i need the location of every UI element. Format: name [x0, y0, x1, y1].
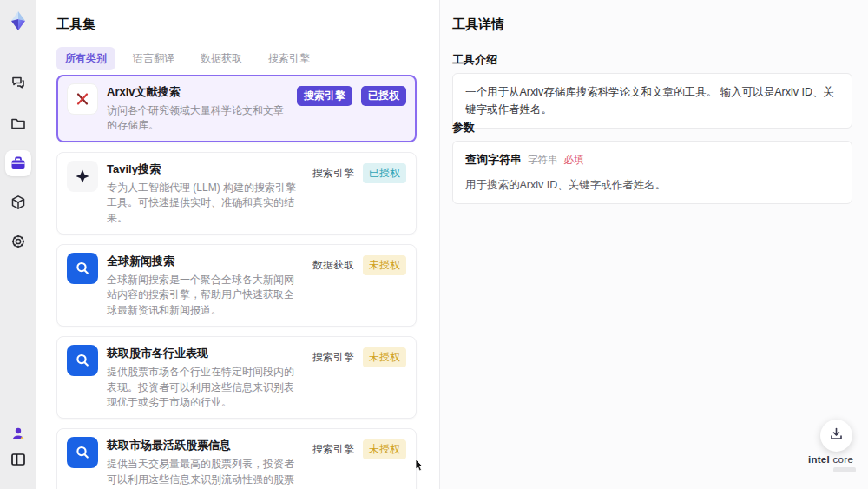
arxiv-icon [67, 83, 98, 115]
tavily-star-icon [67, 161, 98, 192]
category-label: 搜索引擎 [312, 442, 354, 457]
tool-name: 获取市场最活跃股票信息 [107, 438, 304, 453]
user-icon [10, 425, 27, 442]
sidebar-item-collapse[interactable] [5, 446, 31, 472]
sidebar-item-chat[interactable] [5, 69, 31, 96]
tool-card-arxiv[interactable]: Arxiv文献搜索 访问各个研究领域大量科学论文和文章的存储库。 搜索引擎 已授… [56, 75, 417, 142]
cube-icon [10, 194, 27, 211]
category-label: 数据获取 [312, 258, 354, 273]
download-icon [829, 426, 844, 445]
tool-card-sector-performance[interactable]: 获取股市各行业表现 提供股票市场各个行业在特定时间段内的表现。投资者可以利用这些… [56, 336, 417, 419]
briefcase-icon [10, 155, 27, 172]
params-heading: 参数 [452, 120, 475, 135]
stock-search-icon [67, 345, 98, 376]
tool-list-panel: 工具集 所有类别 语言翻译 数据获取 搜索引擎 Arxiv文献搜索 访问各个研究… [36, 0, 439, 489]
auth-badge: 已授权 [361, 86, 406, 106]
auth-badge: 未授权 [363, 255, 406, 275]
mouse-cursor [415, 459, 425, 472]
tool-name: Arxiv文献搜索 [107, 84, 288, 100]
param-box: 查询字符串 字符串 必填 用于搜索的Arxiv ID、关键字或作者姓名。 [452, 141, 852, 204]
tool-detail-panel: 工具详情 工具介绍 一个用于从Arxiv存储库搜索科学论文和文章的工具。 输入可… [439, 0, 868, 489]
sidebar-item-account[interactable] [5, 420, 31, 446]
sidebar-item-tools[interactable] [5, 150, 31, 176]
auth-badge: 未授权 [363, 347, 406, 367]
tool-description: 提供股票市场各个行业在特定时间段内的表现。投资者可以利用这些信息来识别表现优于或… [107, 365, 304, 410]
news-search-icon [67, 253, 98, 284]
param-required-flag: 必填 [564, 152, 584, 168]
gear-icon [10, 233, 27, 250]
folder-icon [10, 115, 27, 132]
stock-search-icon [67, 437, 98, 468]
tool-description: 专为人工智能代理 (LLM) 构建的搜索引擎工具。可快速提供实时、准确和真实的结… [107, 181, 304, 226]
tool-card-list: Arxiv文献搜索 访问各个研究领域大量科学论文和文章的存储库。 搜索引擎 已授… [56, 75, 417, 489]
chat-icon [10, 74, 27, 91]
intro-heading: 工具介绍 [452, 52, 497, 68]
category-label: 搜索引擎 [312, 350, 354, 365]
param-type: 字符串 [528, 152, 558, 168]
param-name: 查询字符串 [465, 151, 522, 169]
tool-description: 提供当天交易量最高的股票列表，投资者可以利用这些信息来识别流动性强的股票和潜在的… [107, 457, 304, 489]
intel-core-logo: intel core [800, 454, 861, 472]
auth-badge: 未授权 [363, 439, 406, 459]
page-title: 工具集 [56, 17, 95, 33]
tool-card-global-news[interactable]: 全球新闻搜索 全球新闻搜索是一个聚合全球各大新闻网站内容的搜索引擎，帮助用户快速… [56, 244, 417, 327]
tab-search-engine[interactable]: 搜索引擎 [260, 47, 319, 70]
panel-toggle-icon [10, 451, 27, 468]
auth-badge: 已授权 [363, 163, 406, 183]
detail-title: 工具详情 [452, 17, 504, 33]
sidebar-item-packages[interactable] [5, 189, 31, 215]
download-button[interactable] [820, 420, 852, 452]
tab-data-fetch[interactable]: 数据获取 [192, 47, 251, 70]
icon-rail [0, 0, 36, 489]
tool-name: 全球新闻搜索 [107, 254, 304, 269]
app-logo-icon[interactable] [6, 9, 30, 33]
sidebar-item-settings[interactable] [5, 228, 31, 254]
category-badge: 搜索引擎 [297, 86, 352, 106]
param-description: 用于搜索的Arxiv ID、关键字或作者姓名。 [465, 176, 839, 194]
sidebar-item-files[interactable] [5, 110, 31, 136]
category-tabs: 所有类别 语言翻译 数据获取 搜索引擎 [56, 47, 319, 70]
tool-card-most-active-stocks[interactable]: 获取市场最活跃股票信息 提供当天交易量最高的股票列表，投资者可以利用这些信息来识… [56, 428, 417, 489]
tab-translation[interactable]: 语言翻译 [124, 47, 183, 70]
intel-sub-badge [833, 467, 856, 472]
tool-name: 获取股市各行业表现 [107, 346, 304, 361]
tool-description: 全球新闻搜索是一个聚合全球各大新闻网站内容的搜索引擎，帮助用户快速获取全球最新资… [107, 273, 304, 318]
tool-description: 访问各个研究领域大量科学论文和文章的存储库。 [107, 103, 288, 134]
tab-all-categories[interactable]: 所有类别 [56, 47, 115, 70]
tool-card-tavily[interactable]: Tavily搜索 专为人工智能代理 (LLM) 构建的搜索引擎工具。可快速提供实… [56, 152, 417, 235]
intro-box: 一个用于从Arxiv存储库搜索科学论文和文章的工具。 输入可以是Arxiv ID… [452, 73, 852, 129]
intel-core-text: intel core [800, 454, 861, 465]
category-label: 搜索引擎 [312, 166, 354, 181]
tool-name: Tavily搜索 [107, 162, 304, 177]
